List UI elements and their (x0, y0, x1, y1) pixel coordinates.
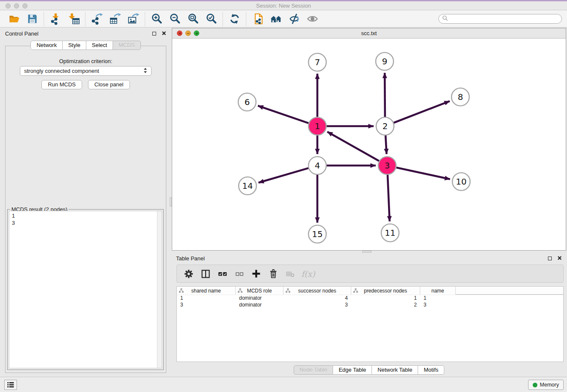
main-toolbar (0, 11, 567, 28)
tree-icon (353, 288, 358, 294)
table-row[interactable]: 1dominator411 (177, 295, 563, 301)
column-header-predecessor-nodes[interactable]: predecessor nodes (351, 287, 420, 295)
column-label: name (431, 288, 444, 294)
export-table-icon[interactable] (107, 11, 123, 27)
table-cell[interactable]: 3 (177, 301, 236, 308)
document-network-icon[interactable] (250, 11, 265, 27)
mcds-result-textarea[interactable]: 13 (9, 211, 162, 368)
mcds-result-line: 3 (12, 219, 156, 226)
node-15[interactable]: 15 (308, 225, 326, 243)
node-6[interactable]: 6 (238, 93, 256, 111)
import-network-icon[interactable] (48, 11, 63, 27)
tab-mcds[interactable]: MCDS (113, 41, 140, 50)
node-11[interactable]: 11 (381, 224, 399, 242)
close-panel-icon[interactable] (162, 30, 166, 37)
tab-motifs[interactable]: Motifs (418, 365, 444, 375)
zoom-check-icon[interactable] (204, 11, 219, 27)
node-2[interactable]: 2 (376, 117, 394, 135)
column-header-name[interactable]: name (420, 287, 456, 295)
node-14[interactable]: 14 (239, 177, 256, 195)
column-header-mcds-role[interactable]: MCDS role (236, 287, 284, 295)
app-title: Session: New Session (0, 1, 567, 10)
table-panel-title: Table Panel (176, 255, 205, 262)
run-mcds-button[interactable]: Run MCDS (41, 80, 82, 89)
tab-edge-table[interactable]: Edge Table (333, 365, 372, 375)
column-split-icon[interactable] (198, 266, 213, 281)
edge-2-8[interactable] (394, 101, 450, 123)
houses-icon[interactable] (268, 11, 284, 27)
export-network-icon[interactable] (89, 11, 105, 27)
edge-2-9[interactable] (385, 73, 385, 117)
edge-4-14[interactable] (259, 168, 308, 182)
result-scrollbar[interactable] (157, 211, 162, 368)
node-3[interactable]: 3 (378, 157, 396, 174)
svg-text:8: 8 (458, 92, 463, 102)
node-10[interactable]: 10 (452, 173, 470, 190)
table-cell[interactable]: dominator (236, 295, 284, 301)
refresh-icon[interactable] (227, 11, 242, 27)
memory-status-dot (533, 383, 537, 387)
app-titlebar: Session: New Session (0, 1, 567, 10)
zoom-fit-icon[interactable] (185, 11, 201, 27)
mcds-panel: Optimization criterion: strongly connect… (5, 46, 166, 373)
close-panel-button[interactable]: Close panel (88, 80, 130, 89)
node-7[interactable]: 7 (308, 53, 326, 71)
table-cell[interactable]: dominator (236, 301, 284, 308)
table-row[interactable]: 3dominator323 (177, 301, 563, 308)
table-cell[interactable]: 4 (284, 295, 351, 301)
node-9[interactable]: 9 (376, 52, 394, 70)
plus-icon[interactable] (249, 266, 264, 281)
checkboxes-checked-icon[interactable] (215, 266, 230, 281)
column-header-shared-name[interactable]: shared name (177, 287, 236, 295)
checkboxes-unchecked-icon[interactable] (232, 266, 247, 281)
float-panel-icon[interactable] (152, 32, 156, 36)
zoom-in-icon[interactable] (149, 11, 164, 27)
table-cell[interactable]: 1 (420, 295, 456, 301)
node-1[interactable]: 1 (308, 117, 326, 135)
edge-3-1[interactable] (328, 132, 379, 161)
open-folder-icon[interactable] (6, 11, 22, 27)
eye-icon[interactable] (305, 11, 320, 27)
edge-1-6[interactable] (258, 106, 309, 123)
optimization-criterion-label: Optimization criterion: (6, 58, 166, 64)
table-cell[interactable]: 3 (420, 301, 456, 308)
tab-node-table[interactable]: Node Table (294, 365, 333, 375)
gear-icon[interactable] (181, 266, 196, 281)
optimization-select[interactable]: strongly connected component (20, 66, 151, 76)
import-table-icon[interactable] (66, 11, 81, 27)
tab-network[interactable]: Network (30, 41, 63, 50)
float-table-panel-icon[interactable] (548, 257, 552, 260)
node-8[interactable]: 8 (451, 88, 469, 106)
search-box[interactable] (438, 14, 562, 24)
chevron-updown-icon (143, 67, 147, 75)
tree-icon (179, 288, 184, 294)
control-panel-tabs: NetworkStyleSelectMCDS (30, 41, 140, 50)
table-cell[interactable]: 1 (177, 295, 236, 301)
trash-icon[interactable] (266, 266, 281, 281)
tab-style[interactable]: Style (63, 41, 86, 50)
zoom-out-icon[interactable] (167, 11, 182, 27)
node-4[interactable]: 4 (308, 157, 326, 174)
mcds-result-box: MCDS result (2 nodes) 13 (7, 209, 164, 370)
network-canvas[interactable]: 7 9 6 8 1 2 4 3 14 10 15 11 (172, 39, 566, 250)
table-cell[interactable]: 3 (284, 301, 351, 308)
table-cell[interactable]: 1 (351, 295, 420, 301)
svg-text:14: 14 (242, 181, 253, 191)
network-window-titlebar: scc.txt (172, 28, 566, 39)
node-table-header: shared nameMCDS rolesuccessor nodesprede… (177, 287, 563, 295)
eye-slash-icon[interactable] (286, 11, 302, 27)
edge-3-10[interactable] (396, 168, 450, 179)
save-floppy-icon[interactable] (25, 11, 40, 27)
search-input[interactable] (450, 16, 558, 22)
column-header-successor-nodes[interactable]: successor nodes (284, 287, 351, 295)
edge-3-11[interactable] (388, 175, 390, 221)
tab-network-table[interactable]: Network Table (372, 365, 418, 375)
close-table-panel-icon[interactable] (557, 255, 562, 262)
export-image-icon[interactable] (126, 11, 141, 27)
list-icon[interactable] (4, 380, 17, 390)
panel-resize-handle-vertical[interactable] (170, 197, 172, 207)
table-cell[interactable]: 2 (351, 301, 420, 308)
edge-2-3[interactable] (385, 135, 386, 154)
tab-select[interactable]: Select (86, 41, 113, 50)
memory-button[interactable]: Memory (528, 380, 564, 390)
